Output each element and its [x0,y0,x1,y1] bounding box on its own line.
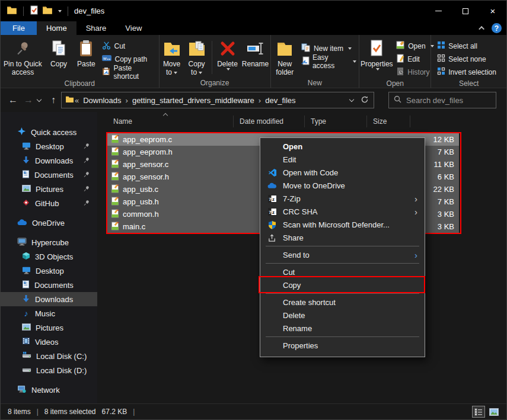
menu-item-rename[interactable]: Rename [260,322,425,335]
copy-to-button[interactable]: Copy to [184,37,209,78]
downloads-icon [22,294,30,304]
properties-quick-icon[interactable] [30,5,39,17]
menu-item-create-shortcut[interactable]: Create shortcut [260,296,425,309]
source-file-icon [111,134,119,145]
cut-button[interactable]: Cut [100,40,158,52]
quick-access-toolbar [1,5,71,17]
sidebar-item-documents[interactable]: Documents [1,278,97,292]
invert-selection-button[interactable]: Invert selection [435,66,499,78]
close-button[interactable]: × [479,1,506,21]
pin-icon[interactable] [83,156,90,165]
menu-item-properties[interactable]: Properties [260,339,425,352]
customize-toolbar-caret[interactable] [58,10,62,12]
new-folder-quick-icon[interactable] [42,5,53,17]
tab-share[interactable]: Share [76,21,116,35]
sidebar-item-desktop-qa[interactable]: Desktop [1,139,97,153]
select-none-button[interactable]: Select none [435,53,499,65]
menu-item-send-to[interactable]: Send to › [260,248,425,261]
menu-item-delete[interactable]: Delete [260,309,425,322]
address-bar[interactable]: « Downloads › getting_started_drivers_mi… [61,92,374,108]
source-file-icon [111,172,119,182]
pin-icon[interactable] [83,171,90,179]
sidebar-item-github-qa[interactable]: GitHub [1,196,97,210]
menu-item-share[interactable]: Share [260,231,425,244]
paste-button[interactable]: Paste [72,37,100,69]
sidebar-item-3d-objects[interactable]: 3D Objects [1,249,97,264]
details-view-button[interactable] [472,406,485,418]
refresh-icon[interactable] [361,95,369,105]
tab-file[interactable]: File [1,21,37,35]
selected-size: 67.2 KB [102,408,127,416]
forward-icon[interactable]: → [21,95,36,105]
edit-button[interactable]: Edit [394,53,436,65]
sidebar-item-pictures[interactable]: Pictures [1,320,97,335]
menu-item-copy[interactable]: Copy [260,278,425,291]
large-icons-view-button[interactable] [487,406,500,418]
breadcrumb-project-folder[interactable]: getting_started_drivers_middleware [129,96,258,105]
sidebar-item-documents-qa[interactable]: Documents [1,168,97,182]
sidebar-item-local-disk-d[interactable]: Local Disk (D:) [1,363,97,377]
rename-button[interactable]: Rename [241,37,270,69]
search-input[interactable] [406,96,483,105]
menu-item-open-with-code[interactable]: Open with Code [260,166,425,179]
menu-item-scan-with-defender[interactable]: Scan with Microsoft Defender... [260,218,425,231]
select-all-button[interactable]: Select all [435,40,499,52]
pin-icon[interactable] [83,185,90,194]
pin-to-quick-access-button[interactable]: Pin to Quick access [1,37,45,78]
delete-button[interactable]: Delete [215,37,241,72]
sidebar-item-desktop[interactable]: Desktop [1,264,97,278]
menu-item-move-to-onedrive[interactable]: Move to OneDrive [260,179,425,192]
sidebar-item-local-disk-c[interactable]: Local Disk (C:) [1,349,97,363]
help-icon[interactable]: ? [492,23,502,33]
sidebar-item-onedrive[interactable]: OneDrive [1,216,97,230]
breadcrumb-collapse[interactable]: « [74,96,79,105]
easy-access-button[interactable]: Easy access [299,55,359,68]
breadcrumb-downloads[interactable]: Downloads [79,96,125,105]
column-headers: Name Date modified Type Size [97,112,506,132]
tab-view[interactable]: View [116,21,151,35]
sidebar-item-network[interactable]: Network [1,383,97,397]
history-button[interactable]: History [394,66,436,78]
menu-item-crc-sha[interactable]: 7z CRC SHA › [260,205,425,218]
search-box[interactable] [388,92,496,108]
maximize-button[interactable] [452,1,479,21]
menu-item-open[interactable]: Open [260,140,425,153]
breadcrumb-dev-files[interactable]: dev_files [262,96,299,105]
recent-locations-icon[interactable] [37,97,42,102]
copy-button[interactable]: Copy [45,37,72,69]
properties-button[interactable]: Properties [359,37,394,72]
source-file-icon [111,184,119,195]
back-icon[interactable]: ← [5,95,21,105]
new-folder-button[interactable]: New folder [271,37,299,78]
menu-item-edit[interactable]: Edit [260,153,425,166]
collapse-ribbon-icon[interactable] [479,26,484,32]
up-icon[interactable]: ↑ [46,95,61,105]
sidebar-item-quick-access[interactable]: Quick access [1,125,97,139]
sidebar-item-this-pc[interactable]: Hypercube [1,235,97,249]
sidebar-item-pictures-qa[interactable]: Pictures [1,182,97,196]
menu-item-7zip[interactable]: 7z 7-Zip › [260,192,425,205]
source-file-icon [111,209,119,220]
copy-icon [50,39,67,59]
column-header-type[interactable]: Type [311,117,326,126]
column-header-size[interactable]: Size [373,117,387,126]
sidebar-item-downloads[interactable]: Downloads [1,292,97,306]
minimize-button[interactable] [425,1,452,21]
column-header-date-modified[interactable]: Date modified [240,117,283,126]
paste-shortcut-button[interactable]: Paste shortcut [100,66,158,78]
column-header-name[interactable]: Name [113,117,132,126]
7zip-icon: 7z [267,194,277,203]
open-button[interactable]: Open [394,40,436,52]
tab-home[interactable]: Home [37,21,76,35]
address-dropdown-icon[interactable] [349,97,354,102]
move-to-button[interactable]: Move to [160,37,184,78]
sidebar-item-videos[interactable]: Videos [1,335,97,349]
menu-item-cut[interactable]: Cut [260,265,425,278]
move-to-icon [163,39,181,59]
pin-icon[interactable] [83,199,90,208]
status-bar: 8 items | 8 items selected 67.2 KB | [1,403,506,419]
sidebar-item-downloads-qa[interactable]: Downloads [1,153,97,168]
sidebar-item-music[interactable]: ♪ Music [1,306,97,320]
navigation-row: ← → ↑ « Downloads › getting_started_driv… [1,88,506,112]
pin-icon[interactable] [83,142,90,151]
